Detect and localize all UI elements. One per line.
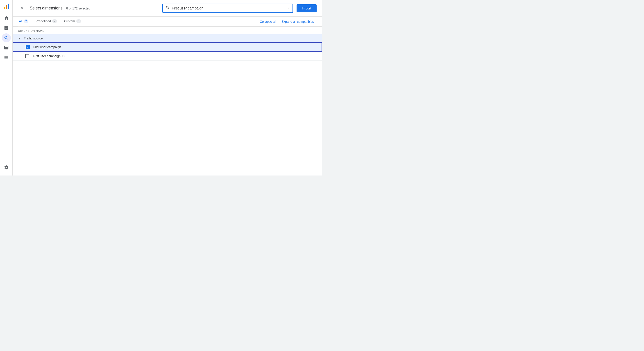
nav-home-btn[interactable] xyxy=(2,14,11,23)
dialog-close-button[interactable]: × xyxy=(18,4,26,13)
dialog-title: Select dimensions xyxy=(30,6,62,11)
dimension-list: Dimension name ▼ Traffic source First us… xyxy=(12,27,322,176)
nav-advertising-btn[interactable] xyxy=(2,43,11,52)
expand-all-compatibles-button[interactable]: Expand all compatibles xyxy=(279,18,316,25)
tab-predefined-badge: 2 xyxy=(52,19,57,23)
app-nav xyxy=(0,0,12,176)
nav-explore-btn[interactable] xyxy=(2,33,11,42)
svg-rect-1 xyxy=(6,5,7,9)
dimension-name-first-user-campaign-id: First user campaign ID xyxy=(33,54,65,58)
tab-all-badge: 2 xyxy=(24,19,28,23)
nav-reports-btn[interactable] xyxy=(2,24,11,33)
search-icon xyxy=(166,6,170,11)
dimension-name-first-user-campaign: First user campaign xyxy=(33,45,61,49)
dialog-header: × Select dimensions 8 of 172 selected × … xyxy=(12,0,322,17)
dialog-count: 8 of 172 selected xyxy=(66,7,159,10)
import-button[interactable]: Import xyxy=(296,4,316,13)
tab-custom-badge: 0 xyxy=(76,19,81,23)
svg-rect-2 xyxy=(8,4,9,9)
nav-settings xyxy=(2,163,11,172)
dimension-list-header: Dimension name xyxy=(12,27,322,34)
tab-custom-label: Custom xyxy=(64,19,75,23)
svg-rect-0 xyxy=(4,7,5,9)
group-traffic-source[interactable]: ▼ Traffic source xyxy=(12,34,322,42)
search-clear-button[interactable]: × xyxy=(287,6,290,11)
tabs-row: All 2 Predefined 2 Custom 0 Collapse all… xyxy=(12,17,322,27)
collapse-all-button[interactable]: Collapse all xyxy=(257,18,279,25)
search-input[interactable] xyxy=(172,6,286,10)
tab-all[interactable]: All 2 xyxy=(18,17,29,26)
tab-custom[interactable]: Custom 0 xyxy=(63,17,82,26)
group-arrow-icon: ▼ xyxy=(18,37,21,40)
settings-btn[interactable] xyxy=(2,163,11,172)
dimension-checkbox-first-user-campaign[interactable] xyxy=(26,45,30,49)
tab-predefined-label: Predefined xyxy=(36,19,51,23)
close-icon: × xyxy=(21,6,24,11)
group-name-label: Traffic source xyxy=(24,37,43,40)
tab-predefined[interactable]: Predefined 2 xyxy=(35,17,58,26)
search-bar: × xyxy=(162,4,293,13)
nav-configure-btn[interactable] xyxy=(2,53,11,62)
dimension-checkbox-first-user-campaign-id[interactable] xyxy=(25,54,29,58)
dimension-row-first-user-campaign[interactable]: First user campaign xyxy=(12,42,322,52)
dimension-row-first-user-campaign-id[interactable]: First user campaign ID xyxy=(12,52,322,61)
app-logo xyxy=(2,2,11,11)
tab-all-label: All xyxy=(19,19,22,23)
select-dimensions-dialog: × Select dimensions 8 of 172 selected × … xyxy=(12,0,322,176)
